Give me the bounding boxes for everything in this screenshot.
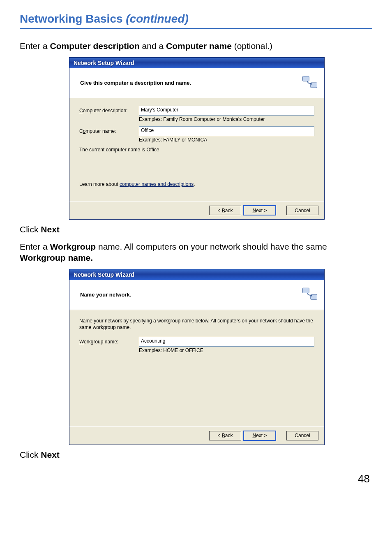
computer-name-input[interactable]: Office — [139, 126, 314, 136]
cancel-button[interactable]: Cancel — [286, 431, 318, 440]
svg-rect-2 — [303, 288, 309, 293]
instruction-1: Enter a Computer description and a Compu… — [20, 40, 372, 51]
network-icon — [301, 74, 318, 91]
current-name: The current computer name is Office — [79, 147, 314, 153]
computer-description-input[interactable]: Mary's Computer — [139, 106, 314, 116]
click-next-2: Click Next — [20, 449, 372, 460]
wizard2-instructions: Name your network by specifying a workgr… — [79, 317, 314, 331]
wizard1-header: Give this computer a description and nam… — [69, 68, 324, 98]
workgroup-name-input[interactable]: Accounting — [139, 337, 314, 347]
wizard-workgroup: Network Setup Wizard Name your network. … — [69, 269, 325, 445]
wizard1-footer: < Back Next > Cancel — [69, 201, 324, 219]
svg-rect-0 — [303, 76, 309, 81]
click-next-1: Click Next — [20, 224, 372, 235]
back-button[interactable]: < Back — [209, 431, 241, 440]
instruction-2: Enter a Workgroup name. All computers on… — [20, 241, 372, 264]
wizard-computer-name: Network Setup Wizard Give this computer … — [69, 57, 325, 220]
wizard2-header: Name your network. — [69, 280, 324, 310]
learn-more: Learn more about computer names and desc… — [79, 181, 314, 187]
workgroup-example: Examples: HOME or OFFICE — [139, 348, 314, 353]
wizard2-panel: Name your network by specifying a workgr… — [69, 310, 324, 426]
page-title: Networking Basics (continued) — [20, 12, 372, 25]
wizard2-header-text: Name your network. — [80, 292, 301, 298]
learn-link[interactable]: computer names and descriptions — [120, 181, 194, 187]
wizard2-titlebar: Network Setup Wizard — [69, 269, 324, 280]
name-label: Computer name: — [79, 128, 139, 134]
desc-label: Computer description: — [79, 108, 139, 114]
wizard2-footer: < Back Next > Cancel — [69, 426, 324, 445]
wizard1-titlebar: Network Setup Wizard — [69, 58, 324, 68]
wizard1-panel: Computer description: Mary's Computer Ex… — [69, 98, 324, 201]
next-button[interactable]: Next > — [244, 206, 276, 215]
title-rule — [20, 28, 372, 29]
page-number: 48 — [20, 473, 372, 485]
back-button[interactable]: < Back — [209, 206, 241, 215]
desc-example: Examples: Family Room Computer or Monica… — [139, 116, 314, 122]
wizard1-header-text: Give this computer a description and nam… — [80, 80, 301, 86]
cancel-button[interactable]: Cancel — [286, 206, 318, 215]
workgroup-label: Workgroup name: — [79, 339, 139, 345]
next-button[interactable]: Next > — [244, 431, 276, 440]
name-example: Examples: FAMILY or MONICA — [139, 137, 314, 143]
network-icon — [301, 286, 318, 303]
